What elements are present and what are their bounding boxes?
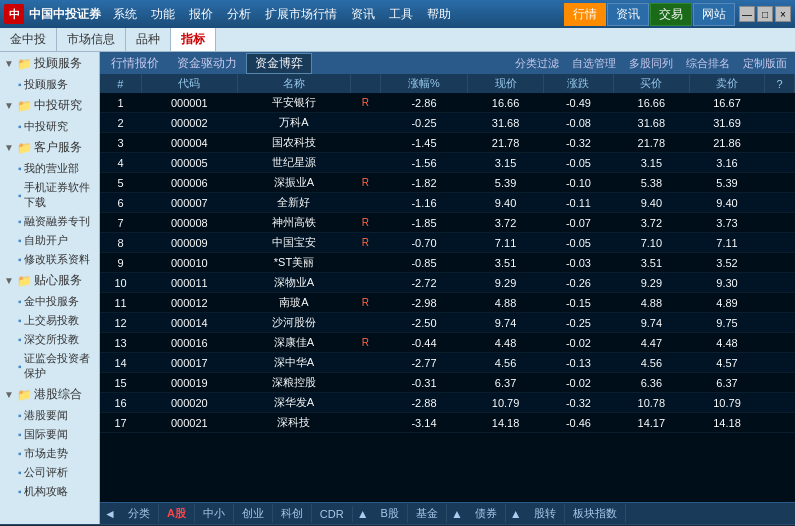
- sidebar-item-market-trend[interactable]: ▪ 市场走势: [0, 444, 99, 463]
- sidebar-group-title-care[interactable]: ▼ 📁 贴心服务: [0, 269, 99, 292]
- sidebar-item-csrc-investor[interactable]: ▪ 证监会投资者保护: [0, 349, 99, 383]
- table-row[interactable]: 2000002万科A-0.2531.68-0.0831.6831.69: [100, 113, 795, 133]
- sidebar-group-label-advisory: 投顾服务: [34, 55, 82, 72]
- sidebar-group-title-customer[interactable]: ▼ 📁 客户服务: [0, 136, 99, 159]
- sidebar-item-modify-contact[interactable]: ▪ 修改联系资料: [0, 250, 99, 269]
- sidebar-group-title-hk[interactable]: ▼ 📁 港股综合: [0, 383, 99, 406]
- table-row[interactable]: 8000009中国宝安R-0.707.11-0.057.107.11: [100, 233, 795, 253]
- nav-tab-market-info[interactable]: 市场信息: [57, 28, 126, 51]
- sidebar-item-advisory-service[interactable]: ▪ 投顾服务: [0, 75, 99, 94]
- sidebar-item-mobile-app[interactable]: ▪ 手机证券软件下载: [0, 178, 99, 212]
- table-cell: 深振业A: [238, 173, 351, 193]
- table-row[interactable]: 6000007全新好-1.169.40-0.119.409.40: [100, 193, 795, 213]
- table-row[interactable]: 11000012南玻AR-2.984.88-0.154.884.89: [100, 293, 795, 313]
- table-row[interactable]: 10000011深物业A-2.729.29-0.269.299.30: [100, 273, 795, 293]
- table-row[interactable]: 9000010*ST美丽-0.853.51-0.033.513.52: [100, 253, 795, 273]
- sidebar-item-research-main[interactable]: ▪ 中投研究: [0, 117, 99, 136]
- nav-tab-indicator[interactable]: 指标: [171, 28, 216, 51]
- table-cell: [350, 253, 380, 273]
- top-tab-quotes[interactable]: 行情: [564, 3, 606, 26]
- nav-tab-jzt[interactable]: 金中投: [0, 28, 57, 51]
- top-tab-trade[interactable]: 交易: [650, 3, 692, 26]
- bottom-tab-sector-index[interactable]: 板块指数: [565, 504, 626, 523]
- top-tab-website[interactable]: 网站: [693, 3, 735, 26]
- filter-tab-ranking[interactable]: 综合排名: [680, 55, 736, 72]
- bottom-tab-stock-transfer[interactable]: 股转: [526, 504, 565, 523]
- table-row[interactable]: 17000021深科技-3.1414.18-0.4614.1714.18: [100, 413, 795, 433]
- table-row[interactable]: 1000001平安银行R-2.8616.66-0.4916.6616.67: [100, 93, 795, 113]
- sub-tab-capital-game[interactable]: 资金博弈: [246, 53, 312, 74]
- table-cell: R: [350, 93, 380, 113]
- table-cell: 000016: [141, 333, 237, 353]
- table-cell: -0.02: [543, 333, 613, 353]
- sub-tab-capital-drive[interactable]: 资金驱动力: [168, 53, 246, 74]
- bottom-tab-cdr[interactable]: CDR: [312, 506, 353, 522]
- sidebar-item-margin-journal[interactable]: ▪ 融资融券专刊: [0, 212, 99, 231]
- sidebar-item-intl-news[interactable]: ▪ 国际要闻: [0, 425, 99, 444]
- sidebar-item-institution-strategy[interactable]: ▪ 机构攻略: [0, 482, 99, 501]
- menu-quote[interactable]: 报价: [183, 4, 219, 25]
- table-cell: -0.26: [543, 273, 613, 293]
- table-cell: 000001: [141, 93, 237, 113]
- menu-function[interactable]: 功能: [145, 4, 181, 25]
- folder-icon: 📁: [17, 99, 32, 113]
- table-row[interactable]: 16000020深华发A-2.8810.79-0.3210.7810.79: [100, 393, 795, 413]
- bottom-tab-category[interactable]: 分类: [120, 504, 159, 523]
- scroll-mid2-arrow[interactable]: ▲: [447, 507, 467, 521]
- scroll-mid3-arrow[interactable]: ▲: [506, 507, 526, 521]
- menu-help[interactable]: 帮助: [421, 4, 457, 25]
- table-cell: 31.69: [689, 113, 765, 133]
- bottom-tab-a-shares[interactable]: A股: [159, 504, 195, 523]
- scroll-mid-arrow[interactable]: ▲: [353, 507, 373, 521]
- table-row[interactable]: 15000019深粮控股-0.316.37-0.026.366.37: [100, 373, 795, 393]
- close-button[interactable]: ×: [775, 6, 791, 22]
- sidebar-item-sz-investor[interactable]: ▪ 深交所投教: [0, 330, 99, 349]
- table-row[interactable]: 12000014沙河股份-2.509.74-0.259.749.75: [100, 313, 795, 333]
- stock-table: # 代码 名称 涨幅% 现价 涨跌 买价 卖价 ? 1000001平安银行R-2…: [100, 74, 795, 433]
- sidebar-item-my-branch[interactable]: ▪ 我的营业部: [0, 159, 99, 178]
- table-cell: -2.98: [380, 293, 468, 313]
- bottom-tab-funds[interactable]: 基金: [408, 504, 447, 523]
- table-cell: 3.16: [689, 153, 765, 173]
- table-row[interactable]: 13000016深康佳AR-0.444.48-0.024.474.48: [100, 333, 795, 353]
- sidebar-group-title-advisory[interactable]: ▼ 📁 投顾服务: [0, 52, 99, 75]
- sidebar-group-research: ▼ 📁 中投研究 ▪ 中投研究: [0, 94, 99, 136]
- filter-tab-category[interactable]: 分类过滤: [509, 55, 565, 72]
- table-row[interactable]: 4000005世纪星源-1.563.15-0.053.153.16: [100, 153, 795, 173]
- table-cell: 3: [100, 133, 141, 153]
- table-cell: [350, 313, 380, 333]
- table-row[interactable]: 7000008神州高铁R-1.853.72-0.073.723.73: [100, 213, 795, 233]
- menu-analysis[interactable]: 分析: [221, 4, 257, 25]
- bottom-tab-b-shares[interactable]: B股: [373, 504, 408, 523]
- sidebar-group-title-research[interactable]: ▼ 📁 中投研究: [0, 94, 99, 117]
- sidebar-item-company-analysis[interactable]: ▪ 公司评析: [0, 463, 99, 482]
- sub-tab-quote-list[interactable]: 行情报价: [102, 53, 168, 74]
- sidebar-item-hk-news[interactable]: ▪ 港股要闻: [0, 406, 99, 425]
- sidebar-item-self-open[interactable]: ▪ 自助开户: [0, 231, 99, 250]
- col-header-change: 涨跌: [543, 74, 613, 93]
- menu-market[interactable]: 扩展市场行情: [259, 4, 343, 25]
- menu-news[interactable]: 资讯: [345, 4, 381, 25]
- filter-tab-multi-stock[interactable]: 多股同列: [623, 55, 679, 72]
- scroll-left-arrow[interactable]: ◄: [100, 507, 120, 521]
- maximize-button[interactable]: □: [757, 6, 773, 22]
- menu-system[interactable]: 系统: [107, 4, 143, 25]
- table-row[interactable]: 5000006深振业AR-1.825.39-0.105.385.39: [100, 173, 795, 193]
- top-tab-news[interactable]: 资讯: [607, 3, 649, 26]
- bottom-tab-bonds[interactable]: 债券: [467, 504, 506, 523]
- table-row[interactable]: 3000004国农科技-1.4521.78-0.3221.7821.86: [100, 133, 795, 153]
- bottom-tab-growth[interactable]: 创业: [234, 504, 273, 523]
- filter-tab-custom[interactable]: 定制版面: [737, 55, 793, 72]
- filter-tab-watchlist[interactable]: 自选管理: [566, 55, 622, 72]
- table-cell: 21.86: [689, 133, 765, 153]
- menu-tools[interactable]: 工具: [383, 4, 419, 25]
- sidebar-item-jzt-service[interactable]: ▪ 金中投服务: [0, 292, 99, 311]
- doc-icon: ▪: [18, 448, 22, 459]
- table-cell: 9.40: [614, 193, 690, 213]
- bottom-tab-sci-tech[interactable]: 科创: [273, 504, 312, 523]
- nav-tab-variety[interactable]: 品种: [126, 28, 171, 51]
- sidebar-item-sh-investor[interactable]: ▪ 上交易投教: [0, 311, 99, 330]
- bottom-tab-small-mid[interactable]: 中小: [195, 504, 234, 523]
- minimize-button[interactable]: —: [739, 6, 755, 22]
- table-row[interactable]: 14000017深中华A-2.774.56-0.134.564.57: [100, 353, 795, 373]
